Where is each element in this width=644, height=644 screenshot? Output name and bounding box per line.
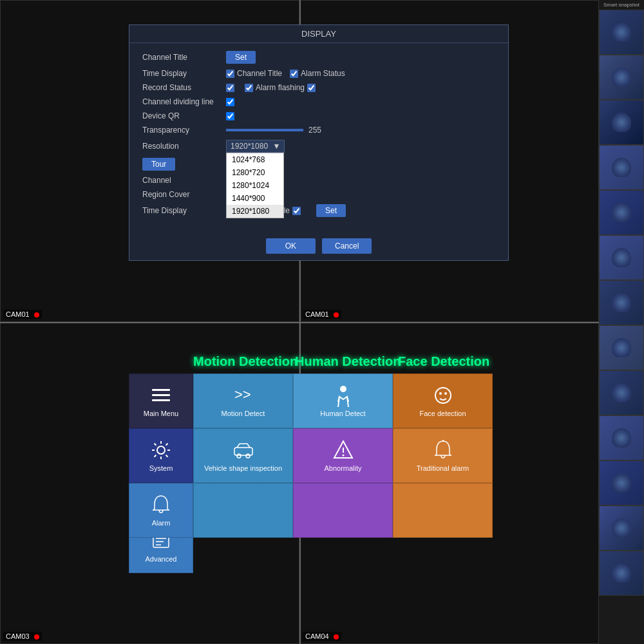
svg-rect-11 xyxy=(234,448,252,455)
resolution-options-list: 1024*768 1280*720 1280*1024 1440*900 192… xyxy=(226,153,284,218)
device-qr-label: Device QR xyxy=(142,111,226,120)
car-placeholder-1: Car Detection xyxy=(193,483,293,538)
alarm-flashing-checkbox[interactable] xyxy=(245,84,253,92)
human-detect-label: Human Detect xyxy=(320,410,365,418)
motion-icon: >> xyxy=(232,384,255,407)
main-menu-label: Main Menu xyxy=(144,410,178,418)
resolution-dropdown-container: 1920*1080 ▼ 1024*768 1280*720 1280*1024 … xyxy=(226,140,285,153)
ok-button[interactable]: OK xyxy=(266,238,316,254)
motion-detection-highlight: Motion Detection xyxy=(193,354,298,369)
alarm-label: Alarm xyxy=(152,519,171,527)
svg-rect-1 xyxy=(152,394,170,396)
dialog-footer: OK Cancel xyxy=(129,232,508,260)
alarm-bell-icon xyxy=(431,439,455,462)
car-placeholder-2 xyxy=(293,483,393,538)
channel-title-row: Channel Title Set xyxy=(142,51,495,64)
res-option-1920[interactable]: 1920*1080 xyxy=(227,205,283,218)
face-detection-tile[interactable]: Face detection xyxy=(393,374,493,428)
system-tile[interactable]: System xyxy=(129,428,193,483)
alarm-flashing-checkbox2[interactable] xyxy=(307,84,316,92)
svg-point-7 xyxy=(435,388,451,403)
tour-row: Tour xyxy=(142,158,495,171)
thumb-1 xyxy=(599,10,644,55)
thumb-6 xyxy=(599,235,644,280)
cam-label-3: CAM03 xyxy=(3,632,42,641)
abnormality-label: Abnormality xyxy=(324,464,361,473)
tour-button[interactable]: Tour xyxy=(142,158,175,171)
resolution-label: Resolution xyxy=(142,142,226,151)
empty-tile xyxy=(393,483,493,538)
advanced-label: Advanced xyxy=(146,555,177,563)
thumb-13 xyxy=(599,551,644,596)
motion-detect-tile[interactable]: >> Motion Detect xyxy=(193,374,293,428)
svg-point-15 xyxy=(342,454,344,456)
dropdown-arrow-icon: ▼ xyxy=(272,142,280,151)
alarm-tile[interactable]: Alarm xyxy=(129,483,193,538)
svg-rect-0 xyxy=(152,389,170,391)
system-icon xyxy=(149,439,173,462)
region-cover-row: Region Cover xyxy=(142,190,495,199)
menu-icon xyxy=(149,384,173,407)
smart-snapshot-label: Smart snapshot xyxy=(599,0,644,10)
thumb-11 xyxy=(599,460,644,506)
svg-point-10 xyxy=(157,446,165,454)
thumb-12 xyxy=(599,506,644,551)
channel-dividing-row: Channel dividing line xyxy=(142,97,495,106)
res-option-1280-720[interactable]: 1280*720 xyxy=(227,166,283,179)
transparency-slider-track xyxy=(226,129,303,131)
transparency-value: 255 xyxy=(308,126,321,135)
svg-point-9 xyxy=(444,392,447,395)
transparency-slider-container: 255 xyxy=(226,126,321,135)
res-option-1440[interactable]: 1440*900 xyxy=(227,192,283,205)
res-option-1280-1024[interactable]: 1280*1024 xyxy=(227,179,283,192)
thumb-7 xyxy=(599,280,644,325)
vehicle-icon xyxy=(232,439,255,462)
channel-title-set-button[interactable]: Set xyxy=(226,51,256,64)
resolution-select[interactable]: 1920*1080 ▼ xyxy=(226,140,285,153)
alarm-icon xyxy=(149,493,173,516)
channel-title-checkbox[interactable] xyxy=(226,70,234,78)
device-qr-row: Device QR xyxy=(142,111,495,120)
time-display2-set-button[interactable]: Set xyxy=(316,204,346,217)
svg-text:>>: >> xyxy=(234,386,251,402)
cancel-button[interactable]: Cancel xyxy=(322,238,372,254)
record-status-checkbox[interactable] xyxy=(226,84,234,92)
alarm-flashing-cb-label: Alarm flashing xyxy=(256,83,305,92)
resolution-row: Resolution 1920*1080 ▼ 1024*768 1280*720… xyxy=(142,140,495,153)
record-status-checkbox-item xyxy=(226,84,237,92)
res-option-1024[interactable]: 1024*768 xyxy=(227,153,283,166)
alarm-status-cb-label: Alarm Status xyxy=(301,69,345,78)
transparency-label: Transparency xyxy=(142,126,226,135)
main-menu-tile[interactable]: Main Menu xyxy=(129,374,193,428)
thumb-2 xyxy=(599,55,644,100)
face-icon xyxy=(431,384,455,407)
traditional-alarm-tile[interactable]: Traditional alarm xyxy=(393,428,493,483)
device-qr-checkbox[interactable] xyxy=(226,112,234,120)
human-detect-tile[interactable]: Human Detect xyxy=(293,374,393,428)
channel-title-label: Channel Title xyxy=(142,53,226,62)
display-dialog: DISPLAY Channel Title Set Time Display C… xyxy=(129,24,509,261)
channel-dividing-checkbox[interactable] xyxy=(226,98,234,106)
svg-point-8 xyxy=(439,392,442,395)
abnormality-tile[interactable]: Abnormality xyxy=(293,428,393,483)
thumb-10 xyxy=(599,415,644,460)
time-display-label: Time Display xyxy=(142,69,226,78)
time-display-row: Time Display Channel Title Alarm Status xyxy=(142,69,495,78)
cam-label-1: CAM01 xyxy=(3,310,42,319)
cam-label-4: CAM04 xyxy=(303,632,341,641)
alarm-flashing-checkbox-item: Alarm flashing xyxy=(245,83,318,92)
human-icon xyxy=(332,384,355,407)
record-status-row: Record Status Alarm flashing xyxy=(142,83,495,92)
menu-grid: Main Menu >> Motion Detect Human Detect xyxy=(129,374,509,538)
vehicle-tile[interactable]: Vehicle shape inspection xyxy=(193,428,293,483)
transparency-slider-fill xyxy=(226,129,303,131)
thumb-3 xyxy=(599,100,644,145)
thumb-5 xyxy=(599,190,644,235)
channel-row: Channel xyxy=(142,176,495,185)
abnormality-icon xyxy=(332,439,355,462)
channel-title-cb-label: Channel Title xyxy=(237,69,282,78)
time-display2-channel-checkbox[interactable] xyxy=(292,207,301,215)
alarm-status-checkbox[interactable] xyxy=(290,70,298,78)
thumb-4 xyxy=(599,145,644,190)
cam-label-2: CAM01 xyxy=(303,310,341,319)
